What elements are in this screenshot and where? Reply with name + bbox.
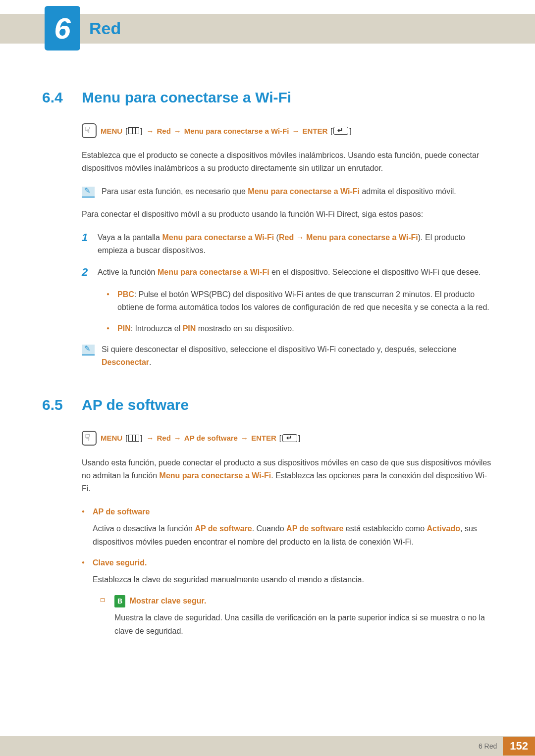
chapter-badge: 6 — [45, 6, 80, 50]
bullet-icon: ● — [107, 291, 109, 314]
text: Establezca la clave de seguridad manualm… — [93, 575, 364, 584]
b-badge-icon: B — [114, 595, 125, 607]
section-title: Menu para conectarse a Wi-Fi — [82, 89, 291, 106]
note-block: Si quiere desconectar el dispositivo, se… — [82, 343, 493, 369]
text: : Introduzca el — [131, 324, 183, 333]
bullet-text: PBC: Pulse el botón WPS(PBC) del disposi… — [117, 288, 493, 314]
text: ( — [274, 233, 279, 242]
arrow-icon: → — [147, 434, 154, 442]
text: : Pulse el botón WPS(PBC) del dispositiv… — [117, 290, 489, 311]
bullet-text: Clave segurid. Establezca la clave de se… — [93, 556, 364, 587]
text: Activa o desactiva la función — [93, 524, 195, 533]
highlight: PIN — [117, 324, 131, 333]
section-title: AP de software — [82, 397, 189, 413]
bracket-close: ] — [140, 127, 142, 135]
intro-text: Establezca que el producto se conecte a … — [82, 149, 493, 175]
bullet-item: ● PIN: Introduzca el PIN mostrado en su … — [107, 322, 493, 335]
text: mostrado en su dispositivo. — [196, 324, 294, 333]
header-bar — [0, 14, 535, 44]
square-bullet-icon — [101, 598, 105, 602]
text: admita el dispositivo móvil. — [360, 187, 456, 196]
bullet-text: AP de software Activa o desactiva la fun… — [93, 505, 493, 549]
path-item: Red — [157, 434, 171, 442]
arrow-icon: → — [174, 434, 181, 442]
step-number: 1 — [82, 231, 98, 257]
bullet-title: Clave segurid. — [93, 556, 364, 569]
step: 1 Vaya a la pantalla Menu para conectars… — [82, 231, 493, 257]
chapter-title: Red — [89, 19, 121, 38]
highlight: Menu para conectarse a Wi-Fi — [158, 268, 269, 276]
arrow-icon: → — [147, 127, 154, 135]
highlight: Activado — [427, 524, 460, 533]
bracket-open: [ — [125, 434, 127, 442]
menu-label: MENU — [101, 127, 122, 135]
text: está establecido como — [343, 524, 427, 533]
text: Para usar esta función, es necesario que — [102, 187, 248, 196]
arrow-icon: → — [292, 127, 299, 135]
text: Active la función — [98, 268, 158, 276]
path-item: AP de software — [184, 434, 238, 442]
highlight: Menu para conectarse a Wi-Fi — [162, 233, 274, 242]
bullet-text: PIN: Introduzca el PIN mostrado en su di… — [117, 322, 294, 335]
highlight: PBC — [117, 290, 134, 299]
nav-path: MENU [ ] → Red → AP de software → ENTER … — [82, 431, 493, 446]
lead-text: Para conectar el dispositivo móvil a su … — [82, 208, 493, 221]
highlight: Menu para conectarse a Wi-Fi — [306, 233, 418, 242]
arrow-icon: → — [241, 434, 248, 442]
sub-bullet-title: Mostrar clave segur. — [130, 597, 207, 605]
enter-icon — [282, 434, 297, 442]
bracket-open: [ — [125, 127, 127, 135]
highlight: Desconectar — [102, 358, 149, 366]
arrow-icon: → — [174, 127, 181, 135]
chapter-number: 6 — [54, 11, 70, 46]
page-footer: 6 Red 152 — [0, 736, 535, 756]
step: 2 Active la función Menu para conectarse… — [82, 266, 493, 279]
arrow: → — [294, 233, 306, 242]
menu-label: MENU — [101, 434, 122, 442]
bullet-icon: ● — [107, 325, 109, 335]
nav-path: MENU [ ] → Red → Menu para conectarse a … — [82, 123, 493, 138]
note-text: Para usar esta función, es necesario que… — [102, 185, 456, 198]
enter-label: ENTER — [251, 434, 276, 442]
bullet-item: ● AP de software Activa o desactiva la f… — [82, 505, 493, 549]
note-icon — [82, 345, 95, 355]
text: Si quiere desconectar el dispositivo, se… — [102, 345, 457, 353]
sub-bullet-item: B Mostrar clave segur. Muestra la clave … — [101, 595, 493, 638]
step-text: Vaya a la pantalla Menu para conectarse … — [98, 231, 493, 257]
text: en el dispositivo. Seleccione el disposi… — [269, 268, 481, 276]
menu-grid-icon — [128, 127, 139, 134]
bullet-icon: ● — [82, 508, 85, 549]
bracket-open: [ — [279, 434, 281, 442]
bullet-item: ● PBC: Pulse el botón WPS(PBC) del dispo… — [107, 288, 493, 314]
section-number: 6.5 — [42, 397, 82, 413]
section-heading: 6.5 AP de software — [42, 397, 493, 413]
highlight: Menu para conectarse a Wi-Fi — [248, 187, 360, 196]
text: . Cuando — [252, 524, 286, 533]
enter-icon — [333, 127, 348, 135]
intro-text: Usando esta función, puede conectar el p… — [82, 456, 493, 496]
bracket-close: ] — [349, 127, 351, 135]
section-number: 6.4 — [42, 89, 82, 106]
bullet-item: ● Clave segurid. Establezca la clave de … — [82, 556, 493, 587]
page-content: 6.4 Menu para conectarse a Wi-Fi MENU [ … — [42, 89, 493, 646]
text: Muestra la clave de seguridad. Una casil… — [114, 613, 485, 635]
highlight: AP de software — [286, 524, 343, 533]
sub-bullet-text: B Mostrar clave segur. Muestra la clave … — [114, 595, 493, 638]
hand-icon — [82, 123, 97, 138]
path-item: Menu para conectarse a Wi-Fi — [184, 127, 289, 135]
text: Vaya a la pantalla — [98, 233, 162, 242]
bullet-title: AP de software — [93, 505, 493, 518]
footer-label: 6 Red — [479, 742, 497, 750]
bracket-close: ] — [298, 434, 300, 442]
step-text: Active la función Menu para conectarse a… — [98, 266, 481, 279]
highlight: AP de software — [195, 524, 252, 533]
hand-icon — [82, 431, 97, 446]
bracket-open: [ — [330, 127, 332, 135]
step-number: 2 — [82, 266, 98, 279]
section-heading: 6.4 Menu para conectarse a Wi-Fi — [42, 89, 493, 106]
note-text: Si quiere desconectar el dispositivo, se… — [102, 343, 493, 369]
highlight: Menu para conectarse a Wi-Fi — [160, 471, 271, 480]
highlight: PIN — [183, 324, 196, 333]
menu-grid-icon — [128, 435, 139, 442]
bullet-icon: ● — [82, 559, 85, 587]
